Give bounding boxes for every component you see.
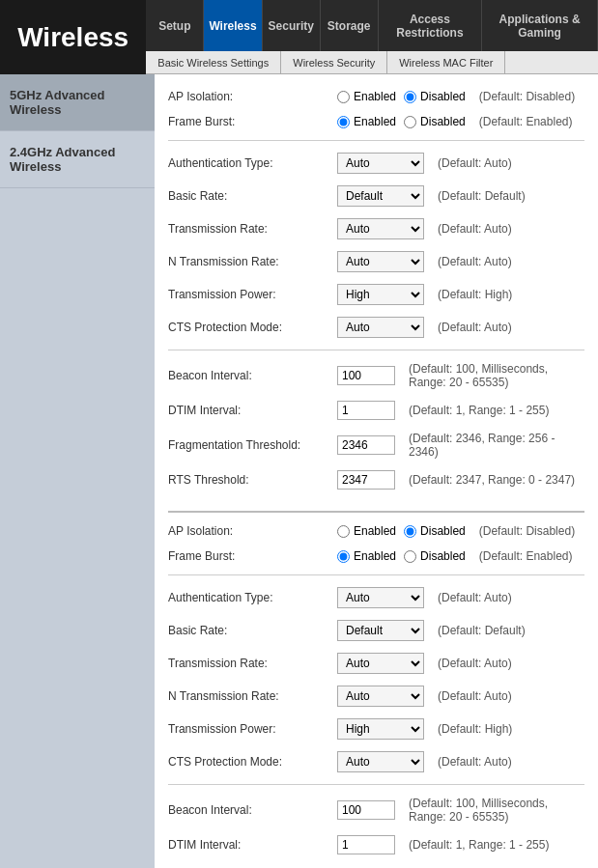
5ghz-basic-rate-default: (Default: Default) <box>438 189 526 203</box>
5ghz-ap-isolation-disabled-radio[interactable] <box>404 91 416 103</box>
24ghz-n-tx-rate-select[interactable]: Auto <box>337 686 424 707</box>
24ghz-beacon-default: (Default: 100, Milliseconds, Range: 20 -… <box>409 797 584 824</box>
24ghz-ap-isolation-row: AP Isolation: Enabled Disabled (Default:… <box>168 522 584 540</box>
24ghz-beacon-input[interactable] <box>337 800 395 820</box>
5ghz-auth-type-control: Auto (Default: Auto) <box>337 153 512 174</box>
5ghz-tx-rate-select[interactable]: Auto <box>337 218 424 239</box>
24ghz-ap-isolation-label: AP Isolation: <box>168 524 337 538</box>
24ghz-dtim-label: DTIM Interval: <box>168 838 337 852</box>
5ghz-cts-select[interactable]: Auto <box>337 317 424 338</box>
24ghz-auth-type-label: Authentication Type: <box>168 591 337 604</box>
5ghz-tx-power-label: Transmission Power: <box>168 288 337 301</box>
24ghz-tx-power-default: (Default: High) <box>438 722 512 736</box>
content: AP Isolation: Enabled Disabled (Default:… <box>155 74 598 868</box>
24ghz-frame-burst-control: Enabled Disabled (Default: Enabled) <box>337 549 572 563</box>
subnav-basic-wireless[interactable]: Basic Wireless Settings <box>146 51 281 73</box>
5ghz-frame-burst-enabled-radio[interactable] <box>337 116 350 128</box>
24ghz-cts-label: CTS Protection Mode: <box>168 755 337 769</box>
24ghz-divider1 <box>168 574 584 575</box>
24ghz-basic-rate-default: (Default: Default) <box>438 624 526 637</box>
subnav-mac-filter[interactable]: Wireless MAC Filter <box>387 51 505 73</box>
5ghz-frame-burst-control: Enabled Disabled (Default: Enabled) <box>337 115 572 128</box>
24ghz-basic-rate-select[interactable]: Default <box>337 620 424 641</box>
5ghz-ap-isolation-enabled-radio[interactable] <box>337 91 350 103</box>
5ghz-n-tx-rate-control: Auto (Default: Auto) <box>337 251 512 272</box>
5ghz-frame-burst-disabled-text: Disabled <box>420 115 466 128</box>
24ghz-cts-row: CTS Protection Mode: Auto (Default: Auto… <box>168 749 584 774</box>
24ghz-ap-isolation-enabled-radio[interactable] <box>337 525 350 538</box>
sidebar-item-5ghz[interactable]: 5GHz Advanced Wireless <box>0 74 155 131</box>
5ghz-ap-isolation-enabled-label[interactable]: Enabled <box>337 90 396 103</box>
24ghz-cts-default: (Default: Auto) <box>438 755 512 769</box>
5ghz-auth-type-label: Authentication Type: <box>168 156 337 170</box>
5ghz-basic-rate-select[interactable]: Default <box>337 185 424 207</box>
24ghz-ap-isolation-disabled-text: Disabled <box>420 524 466 538</box>
24ghz-n-tx-rate-label: N Transmission Rate: <box>168 689 337 703</box>
tab-security[interactable]: Security <box>263 0 321 51</box>
tab-wireless[interactable]: Wireless <box>204 0 262 51</box>
5ghz-dtim-control: (Default: 1, Range: 1 - 255) <box>337 401 549 420</box>
tab-applications-gaming[interactable]: Applications & Gaming <box>482 0 598 51</box>
5ghz-basic-rate-label: Basic Rate: <box>168 189 337 203</box>
5ghz-beacon-control: (Default: 100, Milliseconds, Range: 20 -… <box>337 362 584 389</box>
24ghz-tx-rate-select[interactable]: Auto <box>337 653 424 674</box>
5ghz-cts-default: (Default: Auto) <box>438 321 512 334</box>
24ghz-frame-burst-disabled-text: Disabled <box>420 549 466 563</box>
24ghz-frame-burst-disabled-radio[interactable] <box>404 550 416 563</box>
24ghz-cts-select[interactable]: Auto <box>337 751 424 772</box>
24ghz-tx-rate-row: Transmission Rate: Auto (Default: Auto) <box>168 651 584 676</box>
24ghz-auth-type-select[interactable]: Auto <box>337 587 424 608</box>
5ghz-ap-isolation-label: AP Isolation: <box>168 90 337 103</box>
5ghz-beacon-input[interactable] <box>337 366 395 385</box>
24ghz-section: AP Isolation: Enabled Disabled (Default:… <box>168 522 584 868</box>
5ghz-frame-burst-row: Frame Burst: Enabled Disabled (Default: … <box>168 113 584 130</box>
24ghz-auth-type-default: (Default: Auto) <box>438 591 512 604</box>
5ghz-ap-isolation-disabled-label[interactable]: Disabled <box>404 90 466 103</box>
24ghz-frame-burst-disabled-label[interactable]: Disabled <box>404 549 466 563</box>
5ghz-n-tx-rate-row: N Transmission Rate: Auto (Default: Auto… <box>168 249 584 274</box>
tab-access-restrictions[interactable]: Access Restrictions <box>379 0 482 51</box>
tab-setup[interactable]: Setup <box>146 0 204 51</box>
5ghz-auth-type-row: Authentication Type: Auto (Default: Auto… <box>168 151 584 176</box>
sidebar-item-24ghz[interactable]: 2.4GHz Advanced Wireless <box>0 131 155 188</box>
5ghz-frag-input[interactable] <box>337 435 395 455</box>
5ghz-ap-isolation-default: (Default: Disabled) <box>479 90 575 103</box>
24ghz-ap-isolation-control: Enabled Disabled (Default: Disabled) <box>337 524 575 538</box>
5ghz-rts-input[interactable] <box>337 470 395 490</box>
24ghz-frame-burst-enabled-label[interactable]: Enabled <box>337 549 396 563</box>
5ghz-frame-burst-disabled-label[interactable]: Disabled <box>404 115 466 128</box>
24ghz-basic-rate-control: Default (Default: Default) <box>337 620 526 641</box>
logo: Wireless <box>0 0 146 74</box>
5ghz-frag-row: Fragmentation Threshold: (Default: 2346,… <box>168 430 584 461</box>
24ghz-ap-isolation-enabled-label[interactable]: Enabled <box>337 524 396 538</box>
5ghz-rts-label: RTS Threshold: <box>168 473 337 487</box>
5ghz-dtim-input[interactable] <box>337 401 395 420</box>
5ghz-beacon-label: Beacon Interval: <box>168 369 337 382</box>
header: Wireless Setup Wireless Security Storage… <box>0 0 598 74</box>
24ghz-ap-isolation-default: (Default: Disabled) <box>479 524 575 538</box>
24ghz-frame-burst-enabled-radio[interactable] <box>337 550 350 563</box>
5ghz-tx-power-row: Transmission Power: High (Default: High) <box>168 282 584 307</box>
24ghz-frag-row: Fragmentation Threshold: (Default: 2346,… <box>168 864 584 868</box>
5ghz-tx-power-select[interactable]: High <box>337 284 424 305</box>
tab-storage[interactable]: Storage <box>321 0 379 51</box>
24ghz-ap-isolation-disabled-radio[interactable] <box>404 525 416 538</box>
24ghz-beacon-control: (Default: 100, Milliseconds, Range: 20 -… <box>337 797 584 824</box>
5ghz-n-tx-rate-select[interactable]: Auto <box>337 251 424 272</box>
24ghz-dtim-row: DTIM Interval: (Default: 1, Range: 1 - 2… <box>168 833 584 856</box>
24ghz-dtim-input[interactable] <box>337 835 395 854</box>
subnav-wireless-security[interactable]: Wireless Security <box>281 51 387 73</box>
5ghz-auth-type-select[interactable]: Auto <box>337 153 424 174</box>
5ghz-frag-default: (Default: 2346, Range: 256 - 2346) <box>409 432 584 459</box>
24ghz-ap-isolation-disabled-label[interactable]: Disabled <box>404 524 466 538</box>
24ghz-tx-power-select[interactable]: High <box>337 718 424 740</box>
5ghz-beacon-row: Beacon Interval: (Default: 100, Millisec… <box>168 360 584 391</box>
24ghz-n-tx-rate-control: Auto (Default: Auto) <box>337 686 512 707</box>
24ghz-auth-type-control: Auto (Default: Auto) <box>337 587 512 608</box>
24ghz-tx-power-row: Transmission Power: High (Default: High) <box>168 716 584 742</box>
main-divider <box>168 511 584 513</box>
5ghz-frame-burst-disabled-radio[interactable] <box>404 116 416 128</box>
24ghz-frame-burst-label: Frame Burst: <box>168 549 337 563</box>
5ghz-frame-burst-enabled-label[interactable]: Enabled <box>337 115 396 128</box>
24ghz-n-tx-rate-row: N Transmission Rate: Auto (Default: Auto… <box>168 684 584 709</box>
